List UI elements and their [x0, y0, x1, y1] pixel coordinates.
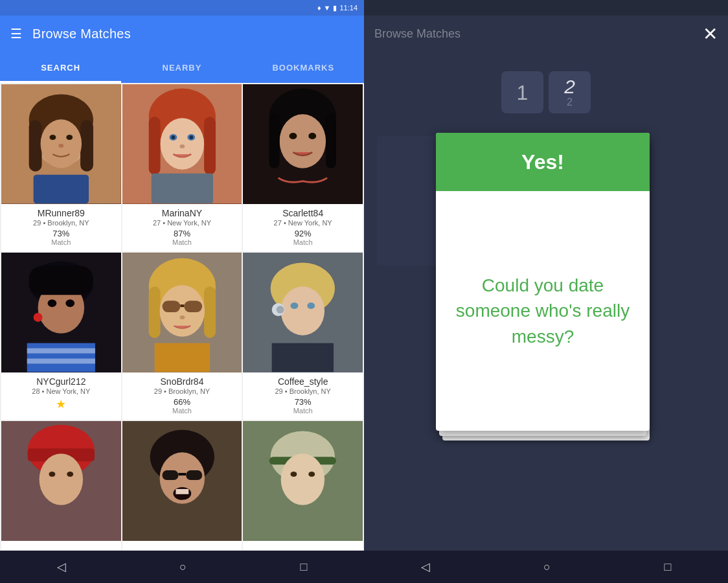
svg-rect-36 — [27, 343, 95, 372]
profile-photo-7 — [1, 421, 121, 541]
right-header: Browse Matches ✕ — [364, 16, 728, 52]
profile-info-1: MRunner89 29 • Brooklyn, NY 73% Match — [1, 204, 121, 251]
svg-rect-68 — [178, 473, 186, 475]
tab-search[interactable]: SEARCH — [0, 52, 121, 83]
battery-icon: ▮ — [333, 4, 337, 12]
profile-loc-6: 29 • Brooklyn, NY — [245, 387, 360, 395]
profile-name-6: Coffee_style — [245, 376, 360, 387]
svg-rect-37 — [27, 349, 95, 354]
recent-button-right[interactable]: □ — [664, 560, 671, 574]
card-yes-label: Yes! — [521, 150, 564, 174]
profile-name-2: MarinaNY — [125, 208, 240, 218]
profile-info-8 — [122, 541, 242, 550]
card-question-text: Could you date someone who's really mess… — [455, 273, 630, 349]
profile-info-3: Scarlett84 27 • New York, NY 92% Match — [243, 204, 363, 251]
svg-rect-46 — [180, 304, 184, 307]
svg-rect-21 — [151, 174, 212, 204]
svg-point-15 — [160, 118, 204, 169]
time-display: 11:14 — [339, 4, 358, 12]
profile-item-8[interactable] — [122, 421, 242, 550]
home-button-right[interactable]: ○ — [543, 560, 551, 574]
svg-rect-13 — [148, 117, 160, 174]
svg-point-20 — [179, 144, 185, 148]
profile-match-pct-5: 66% — [125, 397, 240, 407]
svg-point-33 — [47, 299, 56, 307]
profile-item-5[interactable]: SnoBrdr84 29 • Brooklyn, NY 66% Match — [122, 253, 242, 420]
profile-match-label-6: Match — [245, 407, 360, 415]
bottom-nav-left: ◁ ○ □ — [0, 551, 364, 583]
svg-rect-26 — [326, 113, 336, 168]
photo-svg-1 — [1, 84, 121, 204]
profile-item-4[interactable]: NYCgurl212 28 • New York, NY ★ — [1, 253, 121, 420]
svg-rect-41 — [148, 286, 160, 337]
profile-loc-2: 27 • New York, NY — [125, 219, 240, 227]
svg-rect-70 — [176, 489, 188, 494]
svg-point-53 — [277, 306, 284, 314]
location-icon: ♦ — [317, 4, 321, 12]
back-button-right[interactable]: ◁ — [421, 560, 430, 574]
profile-loc-5: 29 • Brooklyn, NY — [125, 387, 240, 395]
close-button[interactable]: ✕ — [703, 23, 718, 45]
photo-svg-9 — [243, 421, 363, 541]
photo-svg-7 — [1, 421, 121, 541]
right-content: 1 2 2 Yes! Could you date someone who's … — [364, 52, 728, 551]
profile-item-2[interactable]: MarinaNY 27 • New York, NY 87% Match — [122, 84, 242, 251]
profiles-grid: MRunner89 29 • Brooklyn, NY 73% Match — [1, 84, 363, 550]
photo-svg-8 — [122, 421, 242, 541]
profile-item-9[interactable] — [243, 421, 363, 550]
svg-rect-10 — [34, 175, 89, 204]
svg-point-34 — [65, 299, 74, 307]
svg-point-9 — [58, 144, 63, 148]
number-tiles-row: 1 2 2 — [501, 71, 591, 113]
profile-photo-1 — [1, 84, 121, 204]
svg-point-54 — [291, 303, 299, 309]
question-card-front[interactable]: Yes! Could you date someone who's really… — [436, 133, 650, 431]
profile-info-5: SnoBrdr84 29 • Brooklyn, NY 66% Match — [122, 372, 242, 420]
profile-item-6[interactable]: Coffee_style 29 • Brooklyn, NY 73% Match — [243, 253, 363, 420]
tab-bookmarks[interactable]: BOOKMARKS — [243, 52, 364, 83]
profile-match-pct-6: 73% — [245, 397, 360, 407]
svg-rect-4 — [29, 120, 42, 171]
wifi-icon: ▼ — [324, 4, 331, 12]
profile-item-3[interactable]: Scarlett84 27 • New York, NY 92% Match — [243, 84, 363, 251]
svg-point-27 — [290, 133, 297, 139]
profile-loc-3: 27 • New York, NY — [245, 219, 360, 227]
card-body: Could you date someone who's really mess… — [436, 191, 650, 431]
svg-rect-32 — [29, 266, 93, 295]
number-tile-1: 1 — [501, 71, 543, 113]
tabs-bar: SEARCH NEARBY BOOKMARKS — [0, 52, 364, 83]
profile-match-pct-1: 73% — [4, 229, 119, 238]
right-panel: Browse Matches ✕ 1 2 2 Yes! — [364, 0, 728, 583]
card-header-yes: Yes! — [436, 133, 650, 191]
svg-rect-38 — [27, 358, 95, 363]
hamburger-icon[interactable]: ☰ — [10, 26, 22, 41]
profile-photo-3 — [243, 84, 363, 204]
recent-button-left[interactable]: □ — [300, 560, 307, 574]
tab-nearby[interactable]: NEARBY — [121, 52, 242, 83]
photo-svg-6 — [243, 253, 363, 372]
profile-match-pct-3: 92% — [245, 229, 360, 238]
svg-point-24 — [280, 114, 326, 168]
profile-name-4: NYCgurl212 — [4, 376, 119, 387]
back-button-left[interactable]: ◁ — [57, 560, 66, 574]
photo-svg-2 — [122, 84, 242, 204]
svg-rect-66 — [162, 470, 178, 480]
profile-match-label-1: Match — [4, 238, 119, 246]
svg-point-74 — [281, 453, 325, 505]
svg-point-18 — [171, 135, 175, 139]
svg-point-7 — [49, 135, 56, 140]
profile-item-7[interactable] — [1, 421, 121, 550]
status-bar-right — [364, 0, 728, 16]
app-header: ☰ Browse Matches — [0, 16, 364, 52]
svg-point-61 — [49, 472, 55, 477]
svg-point-28 — [309, 133, 317, 139]
bottom-nav-right: ◁ ○ □ — [364, 551, 728, 583]
profile-item-1[interactable]: MRunner89 29 • Brooklyn, NY 73% Match — [1, 84, 121, 251]
svg-point-6 — [41, 119, 82, 168]
number-tile-2: 2 2 — [549, 71, 591, 113]
tile-number-2-big: 2 — [564, 77, 575, 97]
profile-name-3: Scarlett84 — [245, 208, 360, 218]
home-button-left[interactable]: ○ — [179, 560, 187, 574]
svg-point-55 — [308, 303, 315, 309]
svg-rect-56 — [272, 343, 334, 372]
